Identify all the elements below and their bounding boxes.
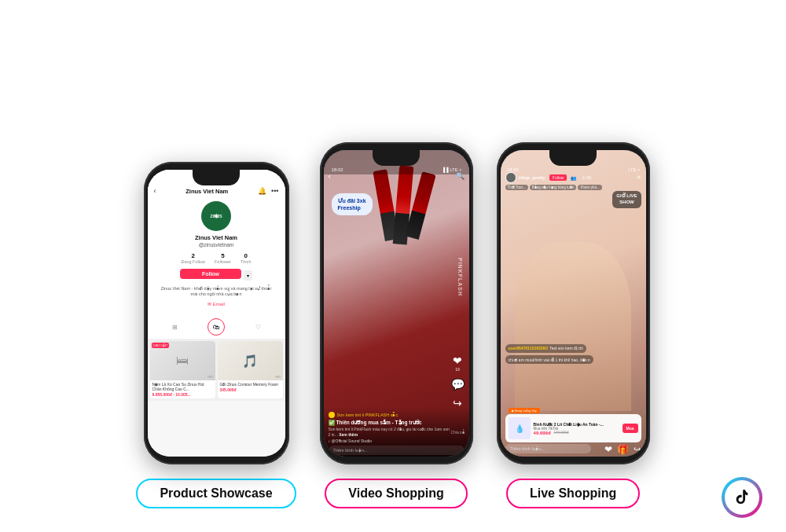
phone-wrapper-3: 18:00 LTE ▪ shop_pretty Follow 👥 — [497, 142, 650, 464]
dropdown-btn[interactable]: ▾ — [244, 270, 252, 281]
person-silhouette — [515, 242, 631, 411]
heart-icon: ❤ — [453, 354, 462, 367]
share-label[interactable]: Chia sẻ — [450, 430, 464, 435]
notch-2 — [373, 150, 420, 166]
tag-1: Thời Tran... — [505, 185, 528, 190]
share-icon-live[interactable]: ↪ — [634, 444, 641, 455]
phone-screen-2: PINKFLASH 18:02 ▐▐ LTE ▪ ‹ 🔍 — [324, 150, 469, 457]
desc-text: Son kem tint li PinkFlash màu nay có 2 đ… — [329, 427, 451, 437]
email-link[interactable]: ✉ Email — [208, 301, 225, 306]
video-shopping-label: Video Shopping — [325, 479, 467, 508]
see-more[interactable]: Xem thêm — [339, 432, 358, 437]
tag-2: Bảng xếp hạng hàng tuần — [530, 185, 577, 190]
live-actions: ❤ 🎁 ↪ — [604, 444, 641, 455]
phone-3: 18:00 LTE ▪ shop_pretty Follow 👥 — [497, 142, 650, 464]
live-follow-btn[interactable]: Follow — [549, 174, 567, 181]
shop-icon[interactable]: 🛍 — [208, 318, 225, 336]
follow-button[interactable]: Follow — [180, 269, 241, 279]
comment-2: chi ơi em muia!hình vào lỗ 1 thì khi! ha… — [505, 355, 641, 365]
stat-following: 2 Đang Follow — [181, 252, 205, 264]
gift-icon-live[interactable]: 🎁 — [617, 444, 629, 455]
phone-wrapper-2: PINKFLASH 18:02 ▐▐ LTE ▪ ‹ 🔍 — [320, 142, 473, 464]
back-icon-2[interactable]: ‹ — [329, 172, 331, 181]
product-item-2[interactable]: 🎵 •MY Gối Zinus Contour Memory Foam 345.… — [218, 341, 283, 398]
promo-line1: Ưu đãi 3xk — [338, 197, 366, 204]
right-actions: ❤ 19 💬 ↪ — [451, 354, 465, 409]
top-info-3: shop_pretty Follow 👥 2.0K ✕ Thời Tran...… — [501, 172, 646, 190]
logo-badge-2: •MY — [275, 375, 281, 379]
desc-title: ✅ Thiên dưỡng mua sắm - Tặng trước — [329, 420, 465, 426]
product-details-live: Bình Nước 2 Lít Chất Liệu An Toàn -... M… — [534, 422, 619, 435]
follower-num: 5 — [221, 252, 224, 259]
promo-bubble: Ưu đãi 3xk Freeship — [332, 193, 373, 215]
profile-area: ZINUS ✳ Zinus Viet Nam @zinusvietnam 2 Đ… — [148, 198, 285, 315]
live-tags: Thời Tran... Bảng xếp hạng hàng tuần Khá… — [505, 185, 641, 190]
bell-icon[interactable]: 🔔 — [258, 187, 266, 195]
back-icon[interactable]: ‹ — [154, 187, 156, 195]
phone-screen-3: 18:00 LTE ▪ shop_pretty Follow 👥 — [501, 150, 646, 457]
live-comments-area: user9547811529326O Test son kem đị chi c… — [505, 344, 641, 366]
bio-text: Zinus Viet Nam - khơi dậy niềm vui và ma… — [154, 284, 279, 299]
following-num: 2 — [191, 252, 194, 259]
likes-label: Thích — [241, 259, 252, 264]
top-bar-2: ‹ 🔍 — [324, 172, 469, 181]
status-bar-3: 18:00 LTE ▪ — [501, 150, 646, 174]
viewer-count: 2.0K — [582, 175, 591, 180]
grid-icon[interactable]: ⊞ — [166, 318, 183, 336]
notch-1 — [193, 170, 240, 185]
desc-actions: Son kem tint li PinkFlash màu nay có 2 đ… — [329, 427, 465, 437]
product-price-2: 345.000đ — [220, 387, 281, 392]
phone-screen-1: ‹ Zinus Viet Nam 🔔 ••• ZINUS ✳ — [148, 170, 285, 457]
buy-button[interactable]: Mua — [623, 424, 638, 433]
header-icons: 🔔 ••• — [258, 187, 278, 195]
icons-row: ⊞ 🛍 ♡ — [148, 315, 285, 339]
comment-text-1: Test son kem đị chi — [549, 346, 582, 351]
music-text: ♪ @Official Sound Studio — [329, 438, 465, 443]
live-show-badge: GIỜ LIVESHOW — [612, 191, 641, 208]
product-showcase-label: Product Showcase — [136, 479, 296, 508]
shop-name: Zinus Viet Nam — [195, 234, 237, 241]
favorite-icon[interactable]: ♡ — [249, 318, 266, 336]
label-wrap-1: Product Showcase — [136, 479, 296, 508]
promo-line2: Freeship — [338, 204, 366, 211]
stat-likes: 0 Thích — [241, 252, 252, 264]
following-label: Đang Follow — [181, 259, 205, 264]
comment-action[interactable]: 💬 — [451, 378, 465, 391]
shop-avatar — [505, 172, 516, 183]
product-name-1: Nệm Lò Xo Cao Su Zinus Hút Chân Không Ca… — [152, 382, 213, 391]
label-wrap-2: Video Shopping — [320, 479, 473, 508]
search-icon-2[interactable]: 🔍 — [456, 172, 465, 181]
video-shopping-section: PINKFLASH 18:02 ▐▐ LTE ▪ ‹ 🔍 — [320, 142, 473, 508]
comment-bar-2[interactable]: Thêm bình luận... — [329, 446, 465, 455]
product-image-live: 💧 — [509, 417, 531, 439]
heart-icon-live[interactable]: ❤ — [604, 444, 612, 455]
live-shopping-label: Live Shopping — [506, 479, 640, 508]
product-dot — [329, 412, 335, 418]
tiktok-logo — [722, 477, 762, 518]
product-info-1: Nệm Lò Xo Cao Su Zinus Hút Chân Không Ca… — [150, 380, 215, 398]
username: @zinusvietnam — [199, 242, 234, 248]
shop-row: shop_pretty Follow 👥 2.0K ✕ — [505, 172, 641, 183]
shop-name: shop_pretty — [519, 175, 545, 180]
comment-text-2: chi ơi em muia!hình vào lỗ 1 thì khi! ha… — [509, 358, 590, 362]
logo-badge-1: •MY — [208, 375, 213, 379]
follower-label: Follower — [215, 259, 231, 264]
live-comment-bar[interactable]: Thêm bình luận... — [505, 444, 591, 453]
phone-2: PINKFLASH 18:02 ▐▐ LTE ▪ ‹ 🔍 — [320, 142, 473, 464]
like-action[interactable]: ❤ 19 — [453, 354, 462, 372]
more-icon[interactable]: ••• — [271, 187, 278, 195]
tiktok-icon — [725, 480, 759, 515]
product-item-1[interactable]: CAO CẤP 🛏 •MY Nệm Lò Xo Cao Su Zinus Hút… — [150, 341, 215, 398]
viewer-icons: 👥 — [571, 175, 576, 181]
discount-badge-1: CAO CẤP — [152, 343, 169, 348]
product-tag-label: ▶ Đang trưng bày — [509, 408, 540, 413]
stats-row: 2 Đang Follow 5 Follower 0 Thích — [181, 252, 251, 264]
stat-follower: 5 Follower — [215, 252, 231, 264]
product-orig-price: 149.000đ — [554, 431, 569, 435]
live-shopping-section: 18:00 LTE ▪ shop_pretty Follow 👥 — [497, 142, 650, 508]
product-label: Son kem tint li PINKFLASH sắc — [337, 413, 399, 417]
close-icon[interactable]: ✕ — [637, 174, 641, 181]
product-price-1: 8.855.000đ - 10.005... — [152, 392, 213, 397]
comment-icon: 💬 — [451, 378, 465, 391]
product-card: ▶ Đang trưng bày 💧 Bình Nước 2 Lít Chất … — [505, 414, 641, 442]
